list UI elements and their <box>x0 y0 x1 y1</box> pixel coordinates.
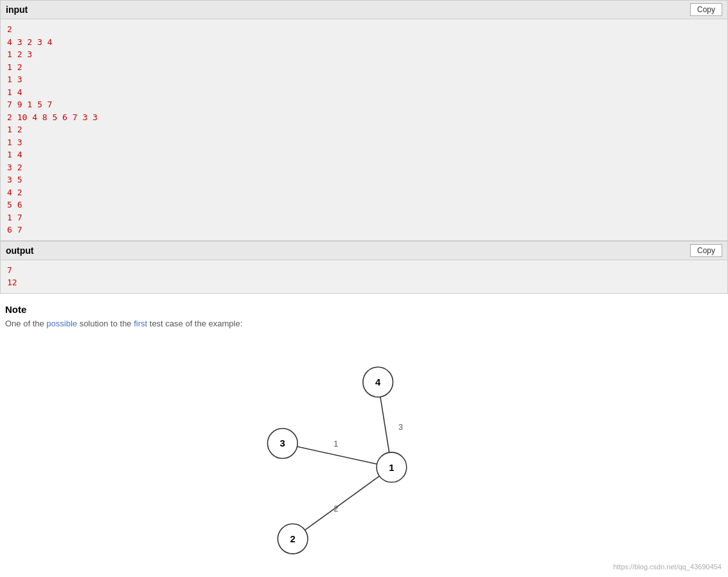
input-label: input <box>6 4 28 15</box>
note-text: One of the possible solution to the firs… <box>5 319 723 328</box>
output-section: output Copy 7 12 <box>0 241 728 294</box>
node-1-label: 1 <box>389 462 394 472</box>
input-section: input Copy 2 4 3 2 3 4 1 2 3 1 2 1 3 1 4… <box>0 0 728 241</box>
node-4-label: 4 <box>375 377 381 387</box>
input-copy-button[interactable]: Copy <box>690 3 722 16</box>
note-text-first: first <box>134 319 147 328</box>
note-text-3: test case of the example: <box>147 319 242 328</box>
output-label: output <box>6 245 34 256</box>
output-header: output Copy <box>1 242 727 260</box>
graph-svg: 3 1 2 4 3 1 2 <box>236 341 493 566</box>
edge-label-1-2: 2 <box>333 504 338 513</box>
edge-1-2 <box>292 467 391 538</box>
node-3-label: 3 <box>280 438 285 448</box>
note-text-possible: possible <box>46 319 77 328</box>
input-header: input Copy <box>1 1 727 19</box>
note-title: Note <box>5 304 723 315</box>
note-section: Note One of the possible solution to the… <box>0 294 728 571</box>
watermark: https://blog.csdn.net/qq_43690454 <box>613 563 722 571</box>
input-body: 2 4 3 2 3 4 1 2 3 1 2 1 3 1 4 7 9 1 5 7 … <box>1 19 727 240</box>
output-copy-button[interactable]: Copy <box>690 244 722 257</box>
graph-container: 3 1 2 4 3 1 2 <box>236 341 493 566</box>
node-2-label: 2 <box>290 533 295 544</box>
note-text-plain: One of the <box>5 319 46 328</box>
output-body: 7 12 <box>1 260 727 293</box>
edge-label-4-1: 3 <box>398 422 403 431</box>
note-text-2: solution to the <box>77 319 134 328</box>
edge-label-3-1: 1 <box>333 439 338 448</box>
